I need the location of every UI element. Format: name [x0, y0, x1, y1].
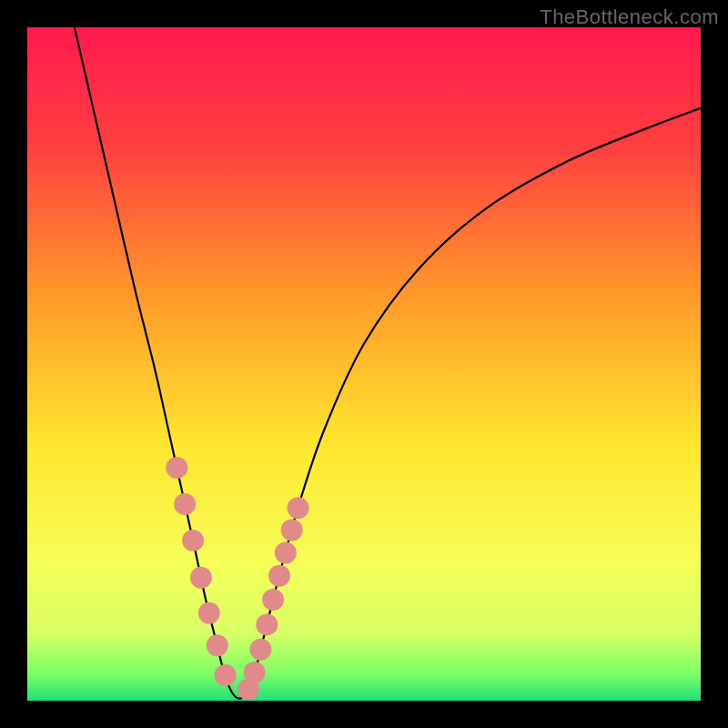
curve-marker [174, 493, 196, 515]
plot-area [27, 27, 701, 701]
chart-stage: TheBottleneck.com [0, 0, 728, 728]
curve-marker [268, 565, 290, 587]
curve-marker [281, 519, 303, 541]
curve-marker [190, 567, 212, 589]
curve-marker [207, 634, 228, 656]
curve-marker [275, 542, 297, 564]
curve-marker [166, 457, 187, 479]
svg-rect-0 [27, 27, 701, 701]
curve-marker [256, 613, 278, 635]
watermark-text: TheBottleneck.com [540, 5, 719, 29]
curve-marker [262, 589, 284, 611]
curve-marker [182, 530, 204, 551]
curve-marker [215, 664, 237, 686]
curve-marker [244, 662, 266, 683]
curve-marker [198, 602, 220, 624]
curve-marker [249, 639, 271, 661]
curve-marker [287, 497, 308, 519]
chart-svg [27, 27, 701, 701]
